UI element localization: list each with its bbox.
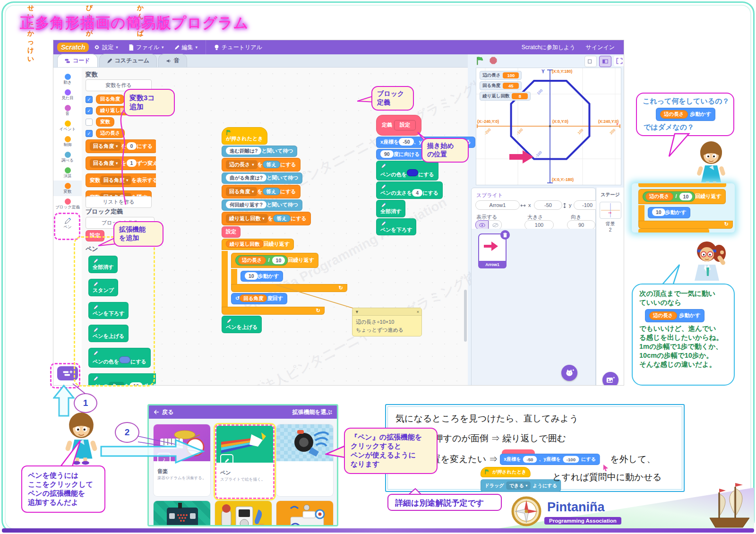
scratch-block[interactable]: 辺の長さ▾を答えにする: [222, 158, 301, 172]
extension-card-boost[interactable]: [276, 501, 333, 526]
visibility-toggle: [475, 220, 502, 230]
category-item[interactable]: 演算: [53, 165, 82, 181]
category-item[interactable]: ブロック定義: [53, 196, 82, 212]
scratch-block[interactable]: 進む距離は?と聞いて待つ: [222, 146, 297, 157]
sprite-direction-input[interactable]: 90: [567, 220, 595, 230]
show-sprite-button[interactable]: [475, 220, 489, 230]
scratch-block[interactable]: 繰り返し回数▾を答えにする: [222, 212, 311, 225]
scratch-logo[interactable]: Scratch: [57, 43, 89, 52]
scratch-block[interactable]: 何回繰り返す?と聞いて待つ: [222, 199, 302, 211]
loop-end[interactable]: ↻: [638, 221, 733, 229]
tab-costumes[interactable]: コスチューム: [99, 54, 157, 67]
category-item[interactable]: 音: [53, 103, 82, 118]
menu-sign-in[interactable]: サインイン: [581, 40, 620, 54]
scratch-block[interactable]: ペンの太さを4にする: [376, 181, 443, 199]
scratch-block[interactable]: ペンを上げる: [222, 316, 262, 333]
menu-file[interactable]: ファイル▾: [123, 40, 169, 54]
script-comment[interactable]: ▼× 辺の長さ÷10×10 ちょっとずつ進める: [352, 308, 422, 336]
scratch-block[interactable]: 10歩動かす: [241, 271, 283, 282]
stop-icon[interactable]: [489, 56, 498, 65]
menu-edit[interactable]: 編集▾: [169, 40, 203, 54]
scratch-block[interactable]: 辺の長さ/10回繰り返す: [231, 253, 318, 268]
small-stage-button[interactable]: [584, 56, 597, 67]
category-item[interactable]: イベント: [53, 118, 82, 134]
back-button[interactable]: 戻る: [154, 408, 173, 416]
tab-sounds[interactable]: 音: [158, 54, 187, 67]
sprite-x-input[interactable]: -50: [534, 200, 562, 210]
comment-close-icon[interactable]: ×: [417, 310, 419, 314]
scratch-block[interactable]: 辺の長さ/10回繰り返す: [638, 189, 726, 204]
menu-settings[interactable]: 設定▾: [89, 40, 123, 54]
delete-sprite-button[interactable]: [500, 230, 510, 240]
backdrop-thumbnail[interactable]: [600, 202, 621, 219]
sprite-name-input[interactable]: Arrow1: [475, 200, 520, 210]
category-item[interactable]: 調べる: [53, 149, 82, 165]
add-sprite-button[interactable]: [561, 365, 577, 381]
scratch-block[interactable]: ペンを下ろす: [376, 218, 416, 236]
sprite-size-input[interactable]: 100: [524, 220, 554, 230]
tab-code[interactable]: コード: [57, 54, 98, 67]
scratch-block[interactable]: 曲がる角度は?と聞いて待つ: [222, 172, 302, 184]
scratch-block[interactable]: 全部消す: [376, 200, 405, 217]
scratch-block[interactable]: 定義設定: [376, 115, 421, 136]
scratch-block[interactable]: が押されたとき: [222, 127, 267, 145]
pen-icon: [93, 350, 146, 356]
scratch-block[interactable]: スタンプ: [88, 279, 118, 296]
color-swatch[interactable]: [407, 169, 418, 176]
variable-checkbox[interactable]: ✓: [86, 130, 93, 137]
variable-checkbox[interactable]: [86, 119, 93, 126]
scratch-block[interactable]: 辺の長さ歩動かす: [645, 309, 704, 322]
comment-collapse-icon[interactable]: ▼: [355, 310, 359, 314]
extension-header: 戻る 拡張機能を選ぶ: [149, 405, 337, 419]
scratch-block[interactable]: 90度に向ける: [376, 149, 424, 160]
scratch-block[interactable]: ペンを下ろす: [88, 302, 129, 319]
stage-panel[interactable]: ステージ 背景 2: [596, 188, 624, 385]
extension-card-video[interactable]: [276, 424, 333, 496]
extension-card-pen[interactable]: ペン スプライトで絵を描く。: [215, 424, 275, 499]
sprite-thumbnail-arrow1[interactable]: Arrow1: [478, 233, 507, 268]
category-item[interactable]: 動き: [53, 71, 82, 87]
large-stage-button[interactable]: [599, 56, 611, 67]
variable-checkbox[interactable]: ✓: [86, 107, 93, 114]
category-item[interactable]: 見た目: [53, 87, 82, 103]
category-dot: [65, 121, 71, 127]
scratch-block[interactable]: ペンを上げる: [88, 325, 129, 342]
scratch-block[interactable]: 繰り返し回数回繰り返す: [222, 239, 294, 250]
scratch-block[interactable]: ペンの色をにする: [376, 161, 438, 181]
fullscreen-button[interactable]: [614, 56, 624, 66]
code-scrollbar[interactable]: [464, 290, 467, 342]
menu-tutorial[interactable]: チュートリアル: [209, 40, 267, 54]
add-extension-button[interactable]: [57, 366, 78, 380]
dropdown-field[interactable]: 回る角度▾: [226, 187, 257, 196]
extension-card-microbit[interactable]: [154, 501, 210, 526]
question-bubble: これって何をしているの？ 辺の長さ歩動かす ではダメなの？: [636, 93, 734, 136]
category-pen[interactable]: ペン: [53, 215, 82, 231]
extension-card-ev3[interactable]: [215, 501, 272, 526]
category-label: 変数: [64, 189, 72, 194]
scratch-block[interactable]: 設定: [222, 226, 241, 238]
scratch-block[interactable]: が押されたとき: [481, 467, 530, 477]
color-swatch[interactable]: [119, 356, 130, 363]
coord-top-label: (X:0,Y:180): [552, 69, 572, 74]
dropdown-field[interactable]: 辺の長さ▾: [226, 160, 258, 169]
dropdown-field[interactable]: 色▾: [109, 382, 124, 385]
green-flag-icon[interactable]: [476, 56, 485, 66]
menu-join-scratch[interactable]: Scratchに参加しよう: [516, 40, 581, 54]
scratch-block[interactable]: 全部消す: [88, 256, 118, 273]
scratch-block[interactable]: x座標を-50、y座標を-100にする: [500, 454, 600, 465]
scratch-block[interactable]: ドラッグできる▾ようにする: [481, 479, 561, 492]
category-item[interactable]: 変数: [53, 181, 82, 196]
stage[interactable]: 辺の長さ100回る角度45繰り返し回数8 Y (X:0,Y:180) (X:0,…: [476, 68, 621, 185]
dropdown-field[interactable]: 繰り返し回数▾: [226, 214, 268, 223]
scratch-block[interactable]: ペンの色をにする: [88, 348, 151, 368]
scratch-block[interactable]: 辺の長さ歩動かす: [656, 108, 715, 121]
variable-checkbox[interactable]: ✓: [86, 96, 93, 103]
dropdown-field[interactable]: できる▾: [506, 482, 530, 490]
add-backdrop-button[interactable]: [602, 372, 619, 385]
category-item[interactable]: 制御: [53, 134, 82, 149]
hide-sprite-button[interactable]: [489, 220, 502, 230]
scratch-block[interactable]: 10歩動かす: [648, 207, 690, 218]
category-pen-label: ペン: [63, 225, 71, 229]
scratch-block[interactable]: 回る角度▾を答えにする: [222, 185, 301, 198]
coord-right-label: (X:240,Y:0): [598, 119, 619, 124]
